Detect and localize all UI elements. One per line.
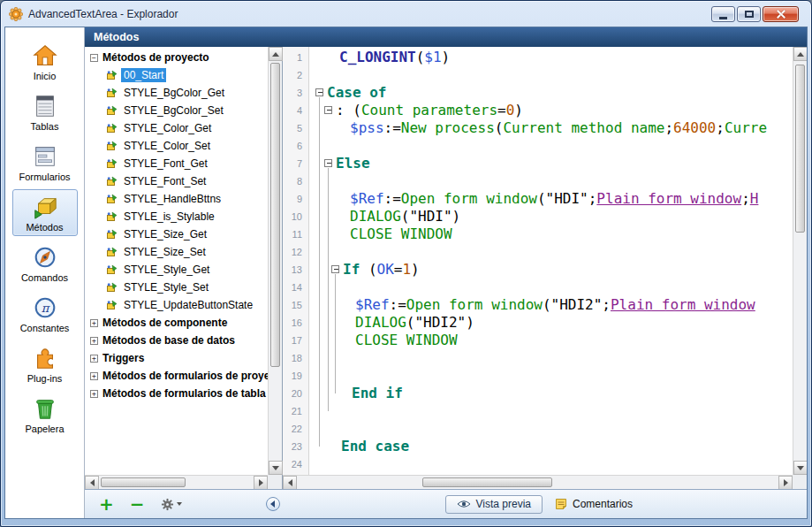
tree-horizontal-scrollbar[interactable] — [85, 475, 268, 489]
title-bar[interactable]: AdvancedTextArea - Explorador — [1, 1, 811, 27]
code-line[interactable] — [315, 279, 793, 296]
scroll-left-button[interactable] — [283, 476, 297, 490]
code-line[interactable] — [315, 367, 793, 385]
add-method-button[interactable]: + — [99, 495, 114, 513]
expand-box-icon[interactable]: + — [90, 355, 98, 363]
code-line[interactable] — [315, 455, 793, 473]
sidebar-item-formularios[interactable]: Formularios — [12, 139, 78, 186]
tree-item[interactable]: STYLE_BgColor_Set — [85, 102, 268, 119]
scroll-thumb[interactable] — [101, 477, 186, 487]
delete-method-button[interactable]: − — [130, 495, 145, 513]
code-line[interactable]: $Ref:=Open form window("HDI2";Plain form… — [315, 296, 793, 314]
code-line[interactable] — [315, 243, 793, 261]
tree-item[interactable]: STYLE_UpdateButtonState — [85, 296, 268, 314]
sidebar-item-constantes[interactable]: π Constantes — [12, 290, 78, 337]
code-line[interactable]: If (OK=1) — [315, 261, 793, 279]
editor-horizontal-scrollbar[interactable] — [283, 475, 793, 489]
code-line[interactable]: : (Count parameters=0) — [315, 102, 793, 119]
code-line[interactable] — [315, 137, 793, 155]
code-line[interactable]: DIALOG("HDI2") — [315, 314, 793, 332]
tree-item[interactable]: STYLE_Size_Get — [85, 225, 268, 243]
code-line[interactable]: DIALOG("HDI") — [315, 208, 793, 225]
tree-group[interactable]: +Métodos de formularios de tabla — [85, 385, 268, 402]
code-line[interactable]: $Ref:=Open form window("HDI";Plain form … — [315, 190, 793, 208]
scroll-track[interactable] — [297, 476, 778, 489]
tree-vertical-scrollbar[interactable] — [268, 47, 282, 475]
tree-group[interactable]: +Triggers — [85, 349, 268, 367]
scroll-down-button[interactable] — [793, 461, 808, 475]
sidebar-item-comandos[interactable]: Comandos — [12, 240, 78, 286]
tree-group[interactable]: +Métodos de base de datos — [85, 332, 268, 349]
maximize-button[interactable] — [737, 6, 761, 22]
tree-item[interactable]: STYLE_Color_Set — [85, 137, 268, 155]
tree-item[interactable]: STYLE_Style_Get — [85, 261, 268, 279]
scroll-thumb[interactable] — [270, 63, 280, 367]
code-area[interactable]: C_LONGINT($1)Case of: (Count parameters=… — [309, 47, 793, 475]
code-line[interactable]: C_LONGINT($1) — [315, 49, 793, 66]
fold-minus-icon[interactable] — [324, 159, 332, 167]
code-line[interactable]: Else — [315, 155, 793, 172]
expand-box-icon[interactable]: + — [90, 337, 98, 345]
tree-item[interactable]: STYLE_Font_Set — [85, 172, 268, 190]
sidebar-item-papelera[interactable]: Papelera — [12, 391, 78, 438]
fold-minus-icon[interactable] — [331, 265, 339, 273]
scroll-up-button[interactable] — [269, 47, 283, 61]
collapse-panel-button[interactable] — [266, 497, 280, 511]
preview-toggle-button[interactable]: Vista previa — [445, 495, 543, 514]
code-line[interactable] — [315, 473, 793, 475]
method-icon — [106, 282, 118, 294]
arrow-right-icon — [259, 479, 263, 486]
scroll-left-button[interactable] — [85, 476, 99, 490]
sidebar-item-metodos[interactable]: Métodos — [12, 189, 78, 236]
code-line[interactable]: CLOSE WINDOW — [315, 332, 793, 349]
minimize-button[interactable] — [711, 6, 735, 22]
code-token: = — [497, 102, 506, 118]
code-line[interactable]: Case of — [315, 84, 793, 102]
code-line[interactable] — [315, 66, 793, 84]
options-menu-button[interactable] — [161, 498, 182, 511]
sidebar-item-inicio[interactable]: Inicio — [12, 38, 78, 85]
scroll-thumb[interactable] — [422, 477, 552, 487]
code-line[interactable] — [315, 420, 793, 438]
scroll-track[interactable] — [99, 476, 254, 489]
expand-box-icon[interactable]: + — [90, 319, 98, 327]
tree-item-label: STYLE_is_Stylable — [121, 210, 217, 224]
tree-item[interactable]: STYLE_is_Stylable — [85, 208, 268, 225]
scroll-right-button[interactable] — [254, 476, 268, 490]
tree-group[interactable]: −Métodos de proyecto — [85, 49, 268, 66]
scroll-track[interactable] — [269, 61, 282, 461]
tree-item[interactable]: STYLE_Style_Set — [85, 279, 268, 296]
tree-group[interactable]: +Métodos de componente — [85, 314, 268, 332]
close-button[interactable] — [763, 6, 799, 22]
fold-minus-icon[interactable] — [324, 106, 332, 114]
code-line[interactable]: CLOSE WINDOW — [315, 225, 793, 243]
fold-minus-icon[interactable] — [315, 88, 323, 96]
code-line[interactable]: End if — [315, 385, 793, 402]
scroll-right-button[interactable] — [778, 476, 793, 490]
expand-box-icon[interactable]: + — [90, 372, 98, 380]
tree-item[interactable]: 00_Start — [85, 66, 268, 84]
tree-item[interactable]: STYLE_Font_Get — [85, 155, 268, 172]
sidebar-item-plugins[interactable]: Plug-ins — [12, 340, 78, 387]
collapse-box-icon[interactable]: − — [90, 54, 98, 62]
code-line[interactable] — [315, 349, 793, 367]
scroll-thumb[interactable] — [795, 65, 805, 233]
code-token: Plain form window — [611, 296, 755, 313]
scroll-track[interactable] — [793, 61, 807, 461]
tree-item[interactable]: STYLE_Color_Get — [85, 119, 268, 137]
scroll-up-button[interactable] — [793, 47, 808, 61]
sidebar-item-tablas[interactable]: Tablas — [12, 88, 78, 135]
code-line[interactable]: $pss:=New process(Current method name;64… — [315, 119, 793, 137]
tree-item[interactable]: STYLE_BgColor_Get — [85, 84, 268, 102]
tree-item[interactable]: STYLE_Size_Set — [85, 243, 268, 261]
section-title: Métodos — [94, 31, 139, 43]
tree-item[interactable]: STYLE_HandleBttns — [85, 190, 268, 208]
expand-box-icon[interactable]: + — [90, 390, 98, 398]
tree-group[interactable]: +Métodos de formularios de proyecto — [85, 367, 268, 385]
code-line[interactable] — [315, 402, 793, 420]
editor-vertical-scrollbar[interactable] — [793, 47, 807, 475]
code-line[interactable] — [315, 172, 793, 190]
code-line[interactable]: End case — [315, 438, 793, 455]
scroll-down-button[interactable] — [269, 461, 283, 475]
comments-button[interactable]: Comentarios — [555, 498, 633, 510]
